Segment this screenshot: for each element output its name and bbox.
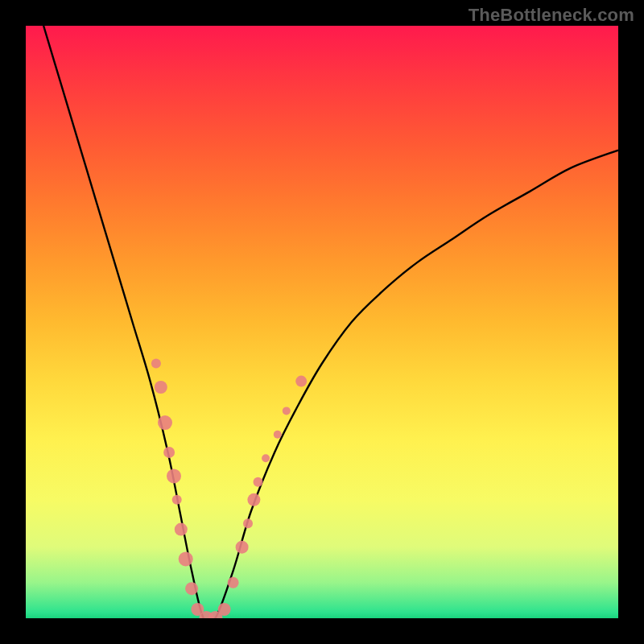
sample-point	[179, 551, 193, 566]
sample-point	[172, 495, 182, 505]
sample-point	[295, 376, 307, 387]
sample-point	[218, 603, 231, 616]
sample-point	[228, 577, 239, 588]
sample-point	[151, 359, 161, 369]
plot-area	[26, 26, 618, 618]
chart-frame: TheBottleneck.com	[0, 0, 644, 644]
sample-point	[274, 431, 282, 439]
sample-point	[247, 493, 260, 506]
sample-point	[243, 518, 253, 528]
sample-point	[158, 415, 172, 430]
sample-point	[262, 454, 270, 462]
sample-point	[167, 469, 181, 483]
sample-point	[283, 407, 291, 415]
bottleneck-curve	[43, 26, 618, 618]
sample-point	[163, 447, 175, 458]
chart-svg	[26, 26, 618, 618]
watermark-label: TheBottleneck.com	[469, 5, 634, 26]
sample-point	[155, 381, 167, 394]
sample-point	[254, 477, 263, 487]
sample-point	[175, 523, 188, 536]
sample-point	[185, 582, 198, 595]
sample-point	[236, 541, 249, 554]
